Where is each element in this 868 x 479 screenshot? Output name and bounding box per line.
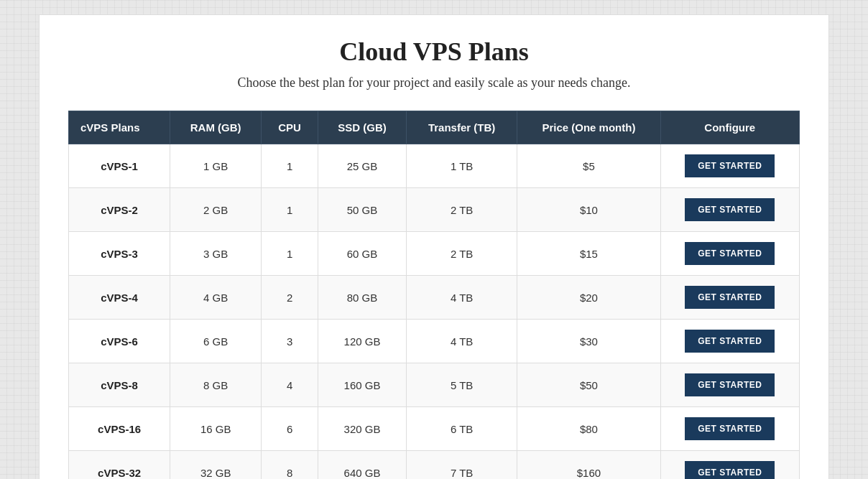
get-started-button[interactable]: GET STARTED [685,461,775,479]
cell-transfer: 7 TB [406,451,517,480]
table-row: cVPS-22 GB150 GB2 TB$10GET STARTED [69,188,800,232]
cell-ram: 3 GB [170,232,262,276]
cell-name: cVPS-16 [69,407,170,451]
cell-transfer: 1 TB [406,144,517,188]
cell-name: cVPS-8 [69,363,170,407]
cell-configure: GET STARTED [660,188,799,232]
cell-transfer: 5 TB [406,363,517,407]
cell-transfer: 6 TB [406,407,517,451]
col-header-ssd: SSD (GB) [318,111,407,144]
cell-ram: 4 GB [170,276,262,320]
table-row: cVPS-1616 GB6320 GB6 TB$80GET STARTED [69,407,800,451]
cell-price: $5 [517,144,660,188]
cell-ssd: 120 GB [318,320,407,363]
cell-configure: GET STARTED [660,232,799,276]
cell-cpu: 2 [262,276,318,320]
table-row: cVPS-44 GB280 GB4 TB$20GET STARTED [69,276,800,320]
cell-name: cVPS-4 [69,276,170,320]
cell-ssd: 50 GB [318,188,407,232]
page-title: Cloud VPS Plans [68,37,800,67]
cell-ram: 2 GB [170,188,262,232]
cell-name: cVPS-6 [69,320,170,363]
table-row: cVPS-3232 GB8640 GB7 TB$160GET STARTED [69,451,800,480]
cell-ram: 16 GB [170,407,262,451]
get-started-button[interactable]: GET STARTED [685,242,775,265]
cell-cpu: 3 [262,320,318,363]
cell-cpu: 4 [262,363,318,407]
cell-configure: GET STARTED [660,320,799,363]
col-header-transfer: Transfer (TB) [406,111,517,144]
cell-price: $30 [517,320,660,363]
table-row: cVPS-33 GB160 GB2 TB$15GET STARTED [69,232,800,276]
cell-ssd: 60 GB [318,232,407,276]
cell-price: $160 [517,451,660,480]
col-header-name: cVPS Plans [69,111,170,144]
col-header-configure: Configure [660,111,799,144]
cell-price: $50 [517,363,660,407]
cell-ram: 8 GB [170,363,262,407]
get-started-button[interactable]: GET STARTED [685,154,775,177]
cell-price: $15 [517,232,660,276]
cell-cpu: 1 [262,144,318,188]
main-container: Cloud VPS Plans Choose the best plan for… [39,14,829,479]
get-started-button[interactable]: GET STARTED [685,417,775,440]
cell-ssd: 25 GB [318,144,407,188]
get-started-button[interactable]: GET STARTED [685,373,775,396]
cell-cpu: 6 [262,407,318,451]
cell-transfer: 2 TB [406,188,517,232]
cell-ssd: 80 GB [318,276,407,320]
plans-table: cVPS Plans RAM (GB) CPU SSD (GB) Transfe… [68,111,800,479]
cell-price: $20 [517,276,660,320]
cell-cpu: 1 [262,232,318,276]
cell-configure: GET STARTED [660,407,799,451]
cell-price: $80 [517,407,660,451]
cell-ssd: 320 GB [318,407,407,451]
get-started-button[interactable]: GET STARTED [685,286,775,309]
cell-cpu: 8 [262,451,318,480]
cell-cpu: 1 [262,188,318,232]
table-row: cVPS-11 GB125 GB1 TB$5GET STARTED [69,144,800,188]
col-header-ram: RAM (GB) [170,111,262,144]
col-header-price: Price (One month) [517,111,660,144]
cell-configure: GET STARTED [660,363,799,407]
table-row: cVPS-88 GB4160 GB5 TB$50GET STARTED [69,363,800,407]
cell-name: cVPS-1 [69,144,170,188]
table-row: cVPS-66 GB3120 GB4 TB$30GET STARTED [69,320,800,363]
get-started-button[interactable]: GET STARTED [685,330,775,353]
cell-configure: GET STARTED [660,276,799,320]
cell-configure: GET STARTED [660,451,799,480]
cell-configure: GET STARTED [660,144,799,188]
cell-name: cVPS-2 [69,188,170,232]
page-subtitle: Choose the best plan for your project an… [68,75,800,90]
cell-ssd: 160 GB [318,363,407,407]
cell-ssd: 640 GB [318,451,407,480]
cell-transfer: 4 TB [406,276,517,320]
cell-ram: 1 GB [170,144,262,188]
get-started-button[interactable]: GET STARTED [685,198,775,221]
cell-price: $10 [517,188,660,232]
cell-transfer: 4 TB [406,320,517,363]
cell-transfer: 2 TB [406,232,517,276]
cell-name: cVPS-32 [69,451,170,480]
cell-ram: 32 GB [170,451,262,480]
table-header-row: cVPS Plans RAM (GB) CPU SSD (GB) Transfe… [69,111,800,144]
col-header-cpu: CPU [262,111,318,144]
cell-name: cVPS-3 [69,232,170,276]
cell-ram: 6 GB [170,320,262,363]
